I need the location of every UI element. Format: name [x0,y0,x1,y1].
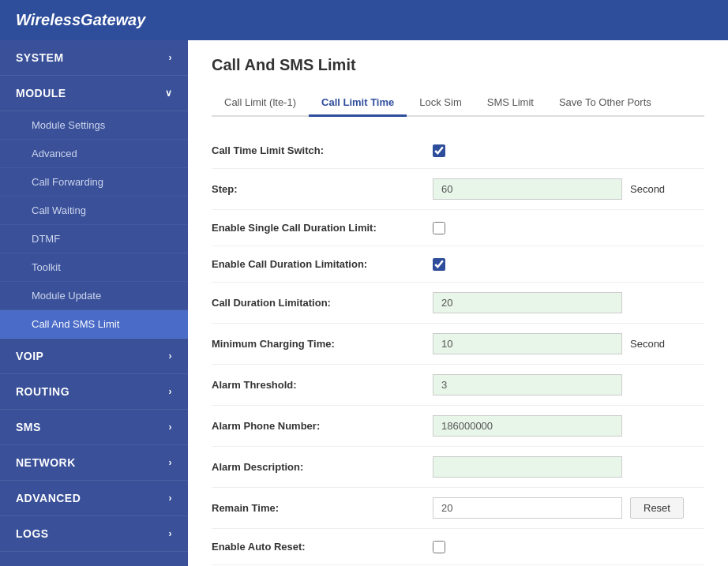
form-row-alarm-threshold: Alarm Threshold: [212,365,704,406]
label-enable-auto-reset: Enable Auto Reset: [212,541,433,553]
sidebar-item-advanced[interactable]: ADVANCED › [0,481,188,516]
label-call-duration-limitation: Call Duration Limitation: [212,297,433,309]
control-enable-call-duration-limitation [433,258,445,271]
input-remain-time[interactable] [433,497,622,519]
control-alarm-description [433,456,622,478]
unit-minimum-charging-time: Second [630,338,665,350]
control-call-time-limit-switch [433,144,445,157]
sidebar-item-routing-label: ROUTING [16,385,69,398]
form-row-enable-single-call-duration-limit: Enable Single Call Duration Limit: [212,210,704,246]
chevron-right-icon: › [169,52,173,63]
checkbox-enable-single-call-duration-limit[interactable] [433,222,445,234]
control-enable-auto-reset [433,541,445,553]
app-header: WirelessGateway [0,0,728,40]
sidebar-item-system[interactable]: SYSTEM › [0,40,188,76]
form-row-remain-time: Remain Time: Reset [212,488,704,529]
control-call-duration-limitation [433,292,622,313]
control-enable-single-call-duration-limit [433,222,445,234]
form-row-enable-call-duration-limitation: Enable Call Duration Limitation: [212,246,704,283]
input-call-duration-limitation[interactable] [433,292,622,313]
form-row-alarm-description: Alarm Description: [212,447,704,488]
sidebar-subitem-dtmf[interactable]: DTMF [0,225,188,253]
tab-sms-limit[interactable]: SMS Limit [475,90,546,117]
sidebar-item-network[interactable]: NETWORK › [0,445,188,481]
app-title: WirelessGateway [16,11,145,28]
sidebar-item-network-label: NETWORK [16,456,76,469]
label-enable-single-call-duration-limit: Enable Single Call Duration Limit: [212,222,433,234]
chevron-right-icon-sms: › [169,422,173,433]
chevron-right-icon-routing: › [169,386,173,397]
input-alarm-description[interactable] [433,456,622,478]
sidebar-subitem-call-sms-limit[interactable]: Call And SMS Limit [0,310,188,339]
form-row-enable-auto-reset: Enable Auto Reset: [212,529,704,565]
sidebar-item-logs-label: LOGS [16,527,49,540]
reset-button[interactable]: Reset [630,497,684,519]
sidebar-item-voip-label: VOIP [16,350,43,362]
control-alarm-threshold [433,374,622,395]
unit-step: Second [630,183,665,195]
checkbox-enable-auto-reset[interactable] [433,541,445,553]
label-remain-time: Remain Time: [212,502,433,514]
tab-bar: Call Limit (lte-1) Call Limit Time Lock … [212,90,704,117]
label-step: Step: [212,183,433,195]
input-step[interactable] [433,178,622,200]
sidebar-item-module[interactable]: MODULE ∨ [0,76,188,111]
tab-lock-sim[interactable]: Lock Sim [407,90,474,117]
input-alarm-threshold[interactable] [433,374,622,395]
main-content: Call And SMS Limit Call Limit (lte-1) Ca… [188,40,728,566]
chevron-right-icon-voip: › [169,350,173,362]
sidebar-subitem-module-settings[interactable]: Module Settings [0,111,188,140]
sidebar-item-voip[interactable]: VOIP › [0,339,188,374]
input-alarm-phone-number[interactable] [433,415,622,437]
sidebar-subitem-module-update[interactable]: Module Update [0,282,188,310]
control-remain-time: Reset [433,497,684,519]
input-minimum-charging-time[interactable] [433,333,622,354]
checkbox-enable-call-duration-limitation[interactable] [433,258,445,271]
sidebar-item-logs[interactable]: LOGS › [0,516,188,552]
sidebar-item-sms-label: SMS [16,421,41,433]
chevron-right-icon-advanced: › [169,493,173,504]
control-step: Second [433,178,665,200]
tab-save-to-other-ports[interactable]: Save To Other Ports [546,90,664,117]
form-row-call-duration-limitation: Call Duration Limitation: [212,283,704,324]
sidebar-item-sms[interactable]: SMS › [0,410,188,445]
control-minimum-charging-time: Second [433,333,665,354]
sidebar-item-system-label: SYSTEM [16,51,64,64]
label-call-time-limit-switch: Call Time Limit Switch: [212,144,433,156]
label-alarm-threshold: Alarm Threshold: [212,379,433,391]
label-minimum-charging-time: Minimum Charging Time: [212,338,433,350]
tab-call-limit[interactable]: Call Limit (lte-1) [212,90,309,117]
chevron-right-icon-network: › [169,457,173,468]
form-row-alarm-phone-number: Alarm Phone Number: [212,406,704,447]
chevron-down-icon: ∨ [165,88,173,99]
label-enable-call-duration-limitation: Enable Call Duration Limitation: [212,258,433,270]
label-alarm-description: Alarm Description: [212,461,433,473]
form-row-minimum-charging-time: Minimum Charging Time: Second [212,324,704,365]
sidebar: SYSTEM › MODULE ∨ Module Settings Advanc… [0,40,188,566]
sidebar-item-module-label: MODULE [16,87,66,99]
tab-call-limit-time[interactable]: Call Limit Time [309,90,407,117]
sidebar-subitem-call-forwarding[interactable]: Call Forwarding [0,168,188,197]
sidebar-subitem-call-waiting[interactable]: Call Waiting [0,197,188,225]
sidebar-subitem-toolkit[interactable]: Toolkit [0,253,188,282]
page-title: Call And SMS Limit [212,56,704,74]
label-alarm-phone-number: Alarm Phone Number: [212,420,433,432]
checkbox-call-time-limit-switch[interactable] [433,144,445,157]
chevron-right-icon-logs: › [169,528,173,539]
sidebar-subitem-advanced[interactable]: Advanced [0,140,188,168]
control-alarm-phone-number [433,415,622,437]
form-row-call-time-limit-switch: Call Time Limit Switch: [212,133,704,169]
sidebar-item-advanced-label: ADVANCED [16,492,81,504]
form-row-step: Step: Second [212,169,704,210]
sidebar-item-routing[interactable]: ROUTING › [0,374,188,410]
